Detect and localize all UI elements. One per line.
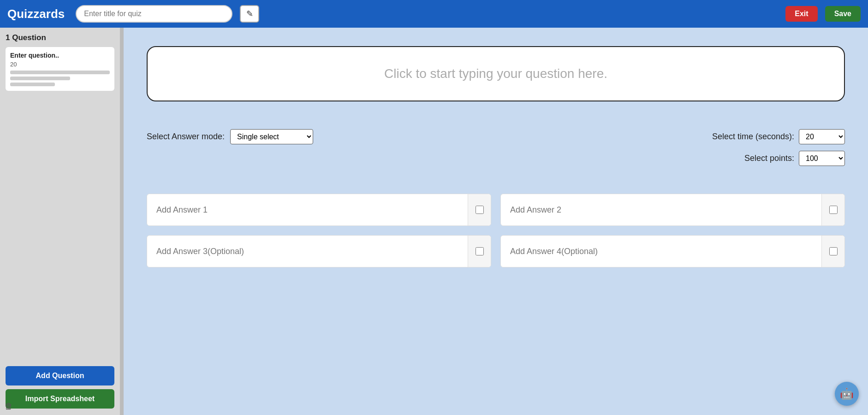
quiz-title-input[interactable] xyxy=(76,5,232,23)
header: Quizzards ✎ Exit Save xyxy=(0,0,868,28)
answer-input-1[interactable] xyxy=(147,198,468,222)
answer-input-4[interactable] xyxy=(501,239,821,264)
answer-box-2 xyxy=(500,194,845,226)
answer-mode-label: Select Answer mode: xyxy=(147,132,225,142)
answer-checkbox-3[interactable] xyxy=(476,247,484,255)
sidebar-bottom: Add Question Import Spreadsheet xyxy=(0,362,120,415)
add-question-button[interactable]: Add Question xyxy=(6,366,114,385)
sidebar: 1 Question Enter question.. 20 🗑 Add Que… xyxy=(0,28,120,415)
answer-box-4 xyxy=(500,235,845,267)
points-label: Select points: xyxy=(744,154,794,163)
time-label: Select time (seconds): xyxy=(712,132,794,142)
answer-input-2[interactable] xyxy=(501,198,821,222)
question-line-2 xyxy=(10,77,70,80)
answer-checkbox-2[interactable] xyxy=(829,206,838,214)
edit-icon: ✎ xyxy=(246,9,253,19)
main-layout: 1 Question Enter question.. 20 🗑 Add Que… xyxy=(0,28,868,415)
save-button[interactable]: Save xyxy=(825,6,861,22)
question-line-3 xyxy=(10,83,55,86)
answer-checkbox-4[interactable] xyxy=(829,247,838,255)
answer-checkbox-wrapper-4 xyxy=(821,236,844,267)
exit-button[interactable]: Exit xyxy=(785,6,817,22)
question-card-time: 20 xyxy=(10,61,110,68)
points-row: Select points: 50 100 200 500 xyxy=(744,151,845,166)
answer-checkbox-wrapper-2 xyxy=(821,194,844,225)
app-title: Quizzards xyxy=(7,7,65,21)
points-select[interactable]: 50 100 200 500 xyxy=(799,151,845,166)
question-placeholder: Click to start typing your question here… xyxy=(384,66,607,81)
question-line-1 xyxy=(10,71,110,74)
answer-checkbox-wrapper-3 xyxy=(468,236,491,267)
import-spreadsheet-button[interactable]: Import Spreadsheet xyxy=(6,389,114,409)
time-points-group: Select time (seconds): 10 20 30 45 60 90… xyxy=(712,129,845,166)
edit-icon-button[interactable]: ✎ xyxy=(240,5,259,23)
answer-checkbox-wrapper-1 xyxy=(468,194,491,225)
answers-grid xyxy=(147,194,845,267)
answer-mode-group: Select Answer mode: Single select Multi … xyxy=(147,129,313,144)
answer-box-3 xyxy=(147,235,491,267)
question-card-lines xyxy=(10,71,110,86)
answer-checkbox-1[interactable] xyxy=(476,206,484,214)
content-area: Click to start typing your question here… xyxy=(124,28,868,415)
answer-mode-select[interactable]: Single select Multi select True/False Op… xyxy=(230,129,313,144)
question-card[interactable]: Enter question.. 20 xyxy=(6,47,114,91)
answer-input-3[interactable] xyxy=(147,239,468,264)
question-card-title: Enter question.. xyxy=(10,52,110,59)
question-count: 1 Question xyxy=(6,33,114,42)
chatbot-icon: 🤖 xyxy=(840,387,854,400)
answer-box-1 xyxy=(147,194,491,226)
time-select[interactable]: 10 20 30 45 60 90 120 xyxy=(799,129,845,144)
question-box[interactable]: Click to start typing your question here… xyxy=(147,46,845,101)
resize-handle[interactable] xyxy=(120,28,124,415)
chatbot-button[interactable]: 🤖 xyxy=(835,382,859,406)
controls-row: Select Answer mode: Single select Multi … xyxy=(147,129,845,166)
sidebar-scroll: 1 Question Enter question.. 20 🗑 xyxy=(0,28,120,362)
time-row: Select time (seconds): 10 20 30 45 60 90… xyxy=(712,129,845,144)
